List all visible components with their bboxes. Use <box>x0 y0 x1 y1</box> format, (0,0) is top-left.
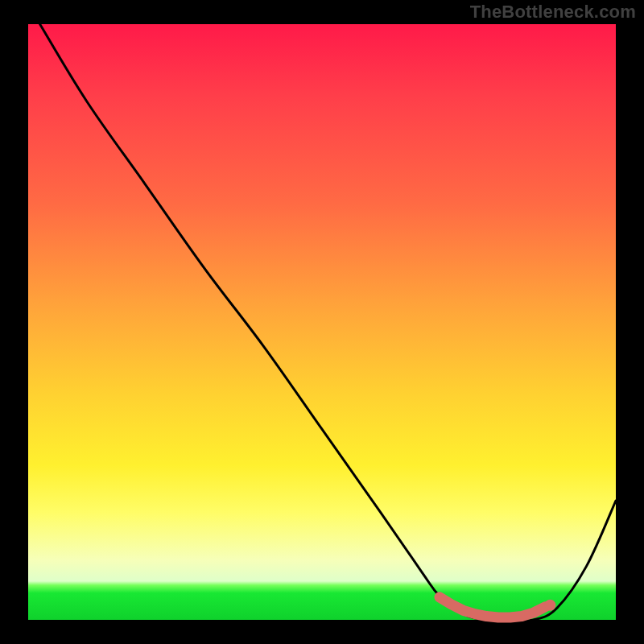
bottleneck-curve-svg <box>28 24 616 620</box>
optimal-range-end-dot <box>544 600 555 611</box>
bottleneck-curve-line <box>40 24 616 621</box>
chart-container: TheBottleneck.com <box>0 0 644 644</box>
plot-area <box>28 24 616 620</box>
optimal-range-line <box>440 597 545 617</box>
watermark-text: TheBottleneck.com <box>470 2 636 23</box>
optimal-range-markers <box>440 597 555 617</box>
